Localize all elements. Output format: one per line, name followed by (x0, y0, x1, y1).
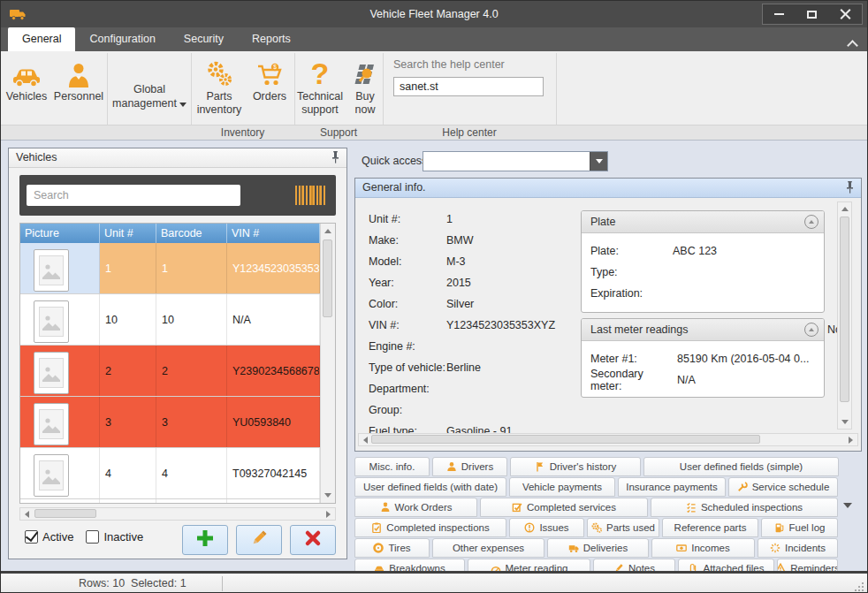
filter-inactive[interactable]: Inactive (86, 530, 143, 544)
tab-vehicle-payments[interactable]: Vehicle payments (509, 477, 615, 497)
add-vehicle-button[interactable] (182, 525, 228, 555)
tab-reference-parts[interactable]: Reference parts (662, 518, 758, 537)
tab-fuel-log[interactable]: Fuel log (761, 518, 838, 537)
ribbon-tab-general[interactable]: General (8, 27, 75, 51)
tab-notes[interactable]: Notes (593, 559, 675, 571)
minimize-button[interactable] (763, 4, 796, 24)
table-row[interactable]: 22Y2390234568678 (20, 346, 320, 397)
column-header-unit[interactable]: Unit # (100, 224, 156, 243)
barcode-cell (156, 499, 227, 503)
tab-completed-services[interactable]: Completed services (480, 498, 648, 517)
info-horizontal-scrollbar[interactable] (358, 433, 858, 446)
orders-button[interactable]: $ Orders (247, 54, 292, 103)
picture-placeholder[interactable] (34, 300, 69, 343)
picture-placeholder[interactable] (34, 352, 69, 394)
collapse-up-icon[interactable] (804, 215, 819, 229)
table-row[interactable]: 33YU0593840 (20, 397, 320, 448)
tab-insurance-payments[interactable]: Insurance payments (618, 477, 726, 497)
tab-breakdowns[interactable]: Breakdowns (354, 559, 465, 571)
resize-grip[interactable] (855, 582, 864, 591)
scroll-down-arrow[interactable] (838, 415, 851, 429)
tab-drivers[interactable]: Drivers (432, 457, 507, 476)
tab-issues[interactable]: Issues (509, 518, 584, 537)
barcode-icon[interactable] (295, 186, 327, 205)
ribbon-tab-security[interactable]: Security (170, 27, 238, 51)
picture-placeholder[interactable] (34, 454, 69, 497)
table-horizontal-scrollbar[interactable] (19, 507, 336, 521)
personnel-button[interactable]: Personnel (52, 54, 105, 103)
tab-attached-files[interactable]: Attached files (678, 559, 774, 571)
tab-scheduled-inspections[interactable]: Scheduled inspections (651, 498, 838, 517)
pin-icon[interactable] (845, 181, 855, 201)
tab-row: User defined fields (with date)Vehicle p… (354, 477, 842, 497)
scrollbar-thumb[interactable] (34, 509, 96, 518)
tire-icon (373, 543, 384, 553)
checkbox-unchecked[interactable] (86, 530, 99, 544)
tab-driver-s-history[interactable]: Driver's history (510, 457, 641, 476)
quick-access-input[interactable] (423, 152, 590, 171)
dropdown-button[interactable] (590, 152, 607, 171)
vehicles-label: Vehicles (6, 90, 48, 103)
tab-incomes[interactable]: Incomes (651, 538, 755, 558)
buy-now-button[interactable]: Buy now (346, 54, 385, 117)
filter-active[interactable]: Active (25, 530, 73, 544)
delete-vehicle-button[interactable] (290, 525, 336, 555)
column-header-barcode[interactable]: Barcode (156, 224, 227, 243)
tab-service-schedule[interactable]: Service schedule (728, 477, 838, 497)
tab-reminders[interactable]: Reminders (777, 559, 838, 571)
pin-icon[interactable] (331, 151, 340, 171)
edit-vehicle-button[interactable] (236, 525, 282, 555)
tab-deliveries[interactable]: Deliveries (547, 538, 649, 558)
tab-meter-reading[interactable]: Meter reading (468, 559, 590, 571)
column-header-picture[interactable]: Picture (20, 224, 100, 243)
tab-tires[interactable]: Tires (354, 538, 430, 558)
plate-panel-title: Plate (590, 216, 616, 228)
ribbon-tab-configuration[interactable]: Configuration (75, 27, 169, 51)
tab-user-defined-fields-with-date[interactable]: User defined fields (with date) (354, 477, 506, 497)
info-vertical-scrollbar[interactable] (837, 201, 852, 430)
scroll-up-arrow[interactable] (321, 224, 334, 238)
tabs-scroll-down-arrow[interactable] (843, 503, 852, 508)
tab-row: Completed inspectionsIssuesParts usedRef… (354, 518, 842, 537)
tab-misc-info[interactable]: Misc. info. (354, 457, 430, 476)
scroll-left-arrow[interactable] (20, 507, 34, 521)
table-row[interactable]: 1010N/A (20, 294, 320, 346)
collapse-up-icon[interactable] (804, 323, 819, 337)
tab-user-defined-fields-simple[interactable]: User defined fields (simple) (643, 457, 839, 476)
scroll-right-arrow[interactable] (844, 433, 857, 446)
ribbon-tab-reports[interactable]: Reports (238, 27, 305, 51)
tab-other-expenses[interactable]: Other expenses (432, 538, 544, 558)
scroll-down-arrow[interactable] (321, 489, 334, 502)
table-row[interactable]: 44T09327042145 (20, 448, 320, 499)
vehicles-table-body: 11Y1234523035353XYZ1010N/A22Y23902345686… (20, 243, 320, 503)
tab-completed-inspections[interactable]: Completed inspections (354, 518, 506, 537)
vehicles-button[interactable]: Vehicles (3, 54, 50, 103)
global-management-button[interactable]: Global management (110, 54, 189, 110)
table-vertical-scrollbar[interactable] (320, 224, 335, 503)
quick-access-combobox[interactable] (423, 151, 608, 171)
tab-incidents[interactable]: Incidents (758, 538, 838, 558)
search-input[interactable] (27, 185, 240, 206)
technical-support-button[interactable]: ? Technical support (296, 54, 344, 117)
tab-parts-used[interactable]: Parts used (587, 518, 659, 537)
table-row[interactable] (20, 499, 320, 503)
scrollbar-thumb[interactable] (371, 435, 760, 444)
help-search-input[interactable] (393, 77, 544, 96)
parts-inventory-button[interactable]: Parts inventory (193, 54, 246, 117)
scroll-left-arrow[interactable] (359, 433, 372, 446)
checkbox-checked[interactable] (25, 530, 38, 544)
column-header-vin[interactable]: VIN # (227, 224, 320, 243)
scrollbar-thumb[interactable] (840, 217, 849, 402)
scroll-up-arrow[interactable] (838, 202, 851, 216)
maximize-button[interactable] (796, 4, 828, 24)
ribbon-collapse-button[interactable] (849, 40, 857, 48)
picture-placeholder[interactable] (34, 403, 69, 445)
pencil-icon (249, 528, 269, 551)
scroll-right-arrow[interactable] (322, 507, 335, 521)
scrollbar-thumb[interactable] (323, 239, 332, 317)
table-row[interactable]: 11Y1234523035353XYZ (20, 243, 320, 294)
tab-work-orders[interactable]: Work Orders (354, 498, 477, 517)
close-button[interactable] (829, 4, 862, 24)
picture-placeholder[interactable] (34, 249, 69, 292)
group-label-support: Support (294, 125, 383, 141)
